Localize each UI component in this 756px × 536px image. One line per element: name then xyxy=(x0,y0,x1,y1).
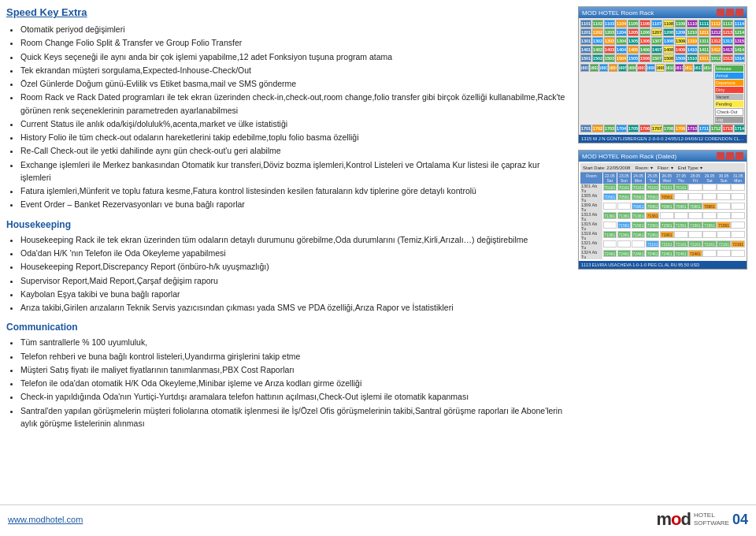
rack-dated-cell[interactable]: 71361 xyxy=(603,212,617,219)
rack-cell[interactable]: 1315 xyxy=(734,37,745,45)
rack-dated-cell[interactable]: 71561 xyxy=(646,221,660,229)
rack-dated-cell[interactable] xyxy=(731,212,745,219)
rack-dated-cell[interactable]: 71561 xyxy=(717,221,731,229)
rack-dated-cell[interactable] xyxy=(674,212,688,219)
rack-cell[interactable]: 1714 xyxy=(734,125,745,132)
rack-cell[interactable]: 1203 xyxy=(604,28,615,36)
rack-dated-cell[interactable]: 70961 xyxy=(702,203,717,210)
rack-cell[interactable]: 1404 xyxy=(616,46,627,54)
rack-dated-cell[interactable]: 71961 xyxy=(632,231,646,238)
rack-dated-cell[interactable]: 70561 xyxy=(617,193,632,200)
rack-cell[interactable]: 1708 xyxy=(663,125,674,132)
rack-dated-cell[interactable]: 72461 xyxy=(674,250,688,257)
rack-dated-cell[interactable]: 70161 xyxy=(646,184,660,191)
rack-cell[interactable]: 1105 xyxy=(628,20,639,28)
rack-dated-cell[interactable]: 72461 xyxy=(632,250,646,257)
rack-cell[interactable]: 1603 xyxy=(599,64,608,72)
rack-dated-cell[interactable]: 70961 xyxy=(688,203,702,210)
rack-dated-cell[interactable] xyxy=(603,240,617,248)
rack-cell[interactable]: 1405 xyxy=(628,46,639,54)
rack-dated-cell[interactable] xyxy=(688,184,702,191)
rack-cell[interactable]: 1407 xyxy=(651,46,662,54)
rack-dated-cell[interactable]: 71561 xyxy=(674,221,688,229)
rack-dated-cell[interactable]: 72461 xyxy=(617,250,632,257)
rack-dated-cell[interactable] xyxy=(603,221,617,229)
rack-cell[interactable]: 1103 xyxy=(604,20,615,28)
rack-dated-cell[interactable]: 70961 xyxy=(632,203,646,210)
rack-dated-cell[interactable]: 70961 xyxy=(660,203,674,210)
rack-cell[interactable]: 1213 xyxy=(722,28,733,36)
rack-dated-cell[interactable] xyxy=(702,231,717,238)
rack-cell[interactable]: 1311 xyxy=(699,37,710,45)
rack-dated-cell[interactable] xyxy=(660,212,674,219)
rack-dated-cell[interactable] xyxy=(717,212,731,219)
rack-cell[interactable]: 1504 xyxy=(616,54,627,62)
rack-cell[interactable]: 1414 xyxy=(734,46,745,54)
rack-dated-cell[interactable] xyxy=(688,212,702,219)
rack-dated-cell[interactable]: 72161 xyxy=(674,240,688,248)
rack-dated-cell[interactable]: 71361 xyxy=(646,212,660,219)
rack-dated-cell[interactable]: 72161 xyxy=(646,240,660,248)
rack-cell[interactable]: 1612 xyxy=(684,64,693,72)
rack-dated-cell[interactable] xyxy=(731,193,745,200)
rack-cell[interactable]: 1412 xyxy=(710,46,721,54)
rack-cell[interactable]: 1502 xyxy=(592,54,603,62)
rack-cell[interactable]: 1202 xyxy=(592,28,603,36)
rack-cell[interactable]: 1611 xyxy=(675,64,684,72)
rack-dated-cell[interactable]: 72461 xyxy=(646,250,660,257)
rack-cell[interactable]: 1313 xyxy=(722,37,733,45)
rack-cell[interactable]: 1710 xyxy=(687,125,698,132)
rack-cell[interactable]: 1109 xyxy=(675,20,686,28)
rack-dated-cell[interactable]: 71961 xyxy=(660,231,674,238)
rack-cell[interactable]: 1411 xyxy=(699,46,710,54)
rack-dated-cell[interactable] xyxy=(702,184,717,191)
rack-cell[interactable]: 1403 xyxy=(604,46,615,54)
rack-dated-cell[interactable] xyxy=(603,203,617,210)
rack-dated-cell[interactable]: 71561 xyxy=(702,221,717,229)
rack-dated-cell[interactable] xyxy=(674,231,688,238)
rack-cell[interactable]: 1113 xyxy=(722,20,733,28)
rack-cell[interactable]: 1607 xyxy=(637,64,646,72)
rack-dated-cell[interactable] xyxy=(702,212,717,219)
rack-dated-cell[interactable]: 71961 xyxy=(617,231,632,238)
rack-cell[interactable]: 1209 xyxy=(675,28,686,36)
rack-dated-cell[interactable] xyxy=(674,193,688,200)
rack-cell[interactable]: 1305 xyxy=(628,37,639,45)
rack-cell[interactable]: 1711 xyxy=(699,125,710,132)
rack-cell[interactable]: 1408 xyxy=(663,46,674,54)
rack-dated-cell[interactable]: 70161 xyxy=(603,184,617,191)
rack-dated-cell[interactable]: 70161 xyxy=(674,184,688,191)
rack-dated-cell[interactable]: 72161 xyxy=(717,240,731,248)
rack-dated-cell[interactable]: 72161 xyxy=(731,240,745,248)
rack-cell[interactable]: 1512 xyxy=(710,54,721,62)
rack-cell[interactable]: 1605 xyxy=(618,64,627,72)
rack-cell[interactable]: 1614 xyxy=(703,64,712,72)
rack-dated-cell[interactable] xyxy=(702,193,717,200)
rack-dated-cell[interactable]: 71561 xyxy=(617,221,632,229)
rack-cell[interactable]: 1507 xyxy=(651,54,662,62)
rack-cell[interactable]: 1610 xyxy=(665,64,674,72)
rack-dated-cell[interactable]: 72161 xyxy=(702,240,717,248)
rack-cell[interactable]: 1107 xyxy=(651,20,662,28)
rack-dated-cell[interactable]: 70961 xyxy=(646,203,660,210)
rack-dated-cell[interactable] xyxy=(688,231,702,238)
rack-cell[interactable]: 1413 xyxy=(722,46,733,54)
close-btn-2[interactable] xyxy=(736,152,743,160)
rack-cell[interactable]: 1706 xyxy=(639,125,650,132)
rack-dated-cell[interactable]: 70561 xyxy=(660,193,674,200)
rack-cell[interactable]: 1705 xyxy=(628,125,639,132)
rack-cell[interactable]: 1506 xyxy=(639,54,650,62)
rack-cell[interactable]: 1302 xyxy=(592,37,603,45)
footer-link[interactable]: www.modhotel.com xyxy=(8,515,83,524)
rack-dated-cell[interactable] xyxy=(617,240,632,248)
rack-cell[interactable]: 1307 xyxy=(651,37,662,45)
rack-cell[interactable]: 1210 xyxy=(687,28,698,36)
rack-cell[interactable]: 1709 xyxy=(675,125,686,132)
rack-cell[interactable]: 1608 xyxy=(647,64,655,72)
rack-cell[interactable]: 1304 xyxy=(616,37,627,45)
rack-cell[interactable]: 1104 xyxy=(616,20,627,28)
rack-cell[interactable]: 1110 xyxy=(687,20,698,28)
rack-cell[interactable]: 1309 xyxy=(675,37,686,45)
rack-cell[interactable]: 1112 xyxy=(710,20,721,28)
rack-cell[interactable]: 1511 xyxy=(699,54,710,62)
